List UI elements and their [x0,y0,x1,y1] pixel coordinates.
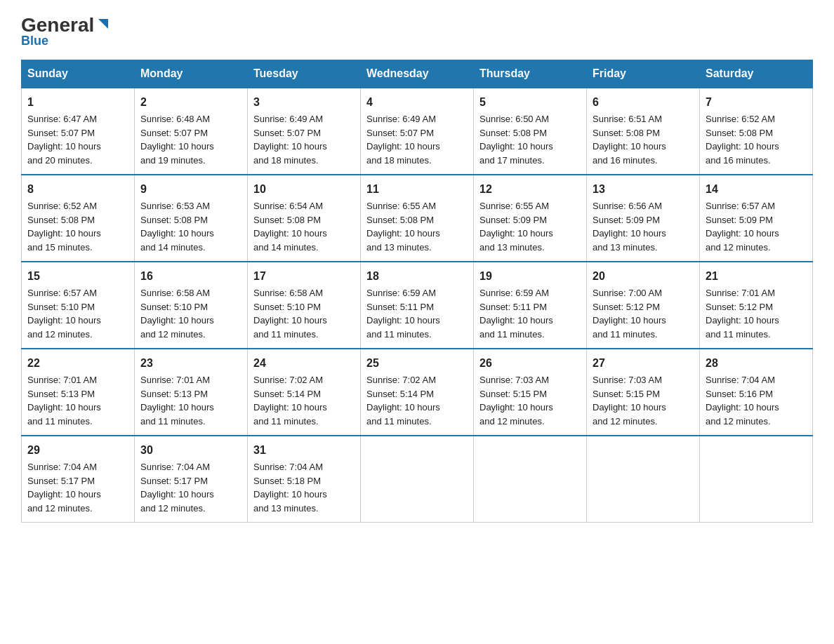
calendar-cell: 11Sunrise: 6:55 AMSunset: 5:08 PMDayligh… [361,175,474,262]
day-number: 10 [253,181,355,198]
col-header-saturday: Saturday [700,60,813,88]
sunset-text: Sunset: 5:07 PM [253,128,321,138]
day-number: 1 [27,94,128,111]
calendar-cell: 12Sunrise: 6:55 AMSunset: 5:09 PMDayligh… [474,175,587,262]
sunrise-text: Sunrise: 7:01 AM [27,375,97,385]
daylight-text: Daylight: 10 hoursand 11 minutes. [366,315,440,340]
logo-triangle-icon [95,16,111,32]
calendar-cell: 23Sunrise: 7:01 AMSunset: 5:13 PMDayligh… [135,349,248,436]
calendar-cell: 10Sunrise: 6:54 AMSunset: 5:08 PMDayligh… [248,175,361,262]
day-number: 13 [593,181,694,198]
sunset-text: Sunset: 5:13 PM [140,389,208,399]
sunrise-text: Sunrise: 7:04 AM [140,462,210,472]
calendar-cell [474,436,587,523]
calendar-cell: 20Sunrise: 7:00 AMSunset: 5:12 PMDayligh… [587,262,700,349]
sunset-text: Sunset: 5:15 PM [479,389,547,399]
calendar-week-row: 22Sunrise: 7:01 AMSunset: 5:13 PMDayligh… [22,349,813,436]
calendar-cell: 16Sunrise: 6:58 AMSunset: 5:10 PMDayligh… [135,262,248,349]
day-number: 26 [479,355,581,372]
day-number: 5 [479,94,581,111]
sunset-text: Sunset: 5:13 PM [27,389,95,399]
calendar-cell: 2Sunrise: 6:48 AMSunset: 5:07 PMDaylight… [135,88,248,175]
calendar-week-row: 1Sunrise: 6:47 AMSunset: 5:07 PMDaylight… [22,88,813,175]
sunrise-text: Sunrise: 7:02 AM [366,375,436,385]
calendar-cell: 19Sunrise: 6:59 AMSunset: 5:11 PMDayligh… [474,262,587,349]
sunset-text: Sunset: 5:17 PM [27,476,95,486]
daylight-text: Daylight: 10 hoursand 12 minutes. [140,315,214,340]
sunrise-text: Sunrise: 7:03 AM [593,375,662,385]
sunrise-text: Sunrise: 6:58 AM [140,288,210,298]
col-header-thursday: Thursday [474,60,587,88]
sunrise-text: Sunrise: 6:55 AM [479,201,549,211]
sunrise-text: Sunrise: 7:04 AM [27,462,97,472]
sunrise-text: Sunrise: 6:58 AM [253,288,323,298]
calendar-week-row: 8Sunrise: 6:52 AMSunset: 5:08 PMDaylight… [22,175,813,262]
sunset-text: Sunset: 5:10 PM [27,302,95,312]
sunset-text: Sunset: 5:07 PM [27,128,95,138]
day-number: 8 [27,181,128,198]
day-number: 21 [706,268,807,285]
daylight-text: Daylight: 10 hoursand 18 minutes. [366,141,440,166]
sunset-text: Sunset: 5:10 PM [253,302,321,312]
sunset-text: Sunset: 5:07 PM [140,128,208,138]
daylight-text: Daylight: 10 hoursand 12 minutes. [140,489,214,514]
sunrise-text: Sunrise: 6:54 AM [253,201,323,211]
calendar-cell: 24Sunrise: 7:02 AMSunset: 5:14 PMDayligh… [248,349,361,436]
sunset-text: Sunset: 5:08 PM [27,215,95,225]
daylight-text: Daylight: 10 hoursand 16 minutes. [706,141,779,166]
day-number: 16 [140,268,241,285]
sunset-text: Sunset: 5:08 PM [706,128,773,138]
daylight-text: Daylight: 10 hoursand 13 minutes. [253,489,327,514]
daylight-text: Daylight: 10 hoursand 11 minutes. [253,315,327,340]
sunset-text: Sunset: 5:15 PM [593,389,660,399]
daylight-text: Daylight: 10 hoursand 11 minutes. [706,315,779,340]
day-number: 9 [140,181,241,198]
sunset-text: Sunset: 5:08 PM [253,215,321,225]
col-header-sunday: Sunday [22,60,135,88]
sunrise-text: Sunrise: 6:59 AM [366,288,436,298]
sunrise-text: Sunrise: 6:57 AM [27,288,97,298]
day-number: 6 [593,94,694,111]
daylight-text: Daylight: 10 hoursand 12 minutes. [27,489,101,514]
calendar-cell: 3Sunrise: 6:49 AMSunset: 5:07 PMDaylight… [248,88,361,175]
calendar-cell: 7Sunrise: 6:52 AMSunset: 5:08 PMDaylight… [700,88,813,175]
daylight-text: Daylight: 10 hoursand 15 minutes. [27,228,101,253]
calendar-cell: 29Sunrise: 7:04 AMSunset: 5:17 PMDayligh… [22,436,135,523]
sunrise-text: Sunrise: 6:50 AM [479,114,549,124]
sunrise-text: Sunrise: 7:00 AM [593,288,662,298]
calendar-cell: 9Sunrise: 6:53 AMSunset: 5:08 PMDaylight… [135,175,248,262]
day-number: 28 [706,355,807,372]
daylight-text: Daylight: 10 hoursand 20 minutes. [27,141,101,166]
daylight-text: Daylight: 10 hoursand 13 minutes. [479,228,553,253]
sunset-text: Sunset: 5:12 PM [706,302,773,312]
calendar-cell [587,436,700,523]
sunrise-text: Sunrise: 6:57 AM [706,201,775,211]
day-number: 27 [593,355,694,372]
day-number: 19 [479,268,581,285]
sunset-text: Sunset: 5:08 PM [479,128,547,138]
calendar-cell: 22Sunrise: 7:01 AMSunset: 5:13 PMDayligh… [22,349,135,436]
sunrise-text: Sunrise: 6:52 AM [706,114,775,124]
sunrise-text: Sunrise: 6:51 AM [593,114,662,124]
calendar-cell: 17Sunrise: 6:58 AMSunset: 5:10 PMDayligh… [248,262,361,349]
daylight-text: Daylight: 10 hoursand 14 minutes. [140,228,214,253]
daylight-text: Daylight: 10 hoursand 11 minutes. [479,315,553,340]
daylight-text: Daylight: 10 hoursand 11 minutes. [27,402,101,427]
daylight-text: Daylight: 10 hoursand 12 minutes. [479,402,553,427]
sunset-text: Sunset: 5:11 PM [479,302,547,312]
day-number: 11 [366,181,468,198]
daylight-text: Daylight: 10 hoursand 12 minutes. [593,402,666,427]
calendar-cell: 30Sunrise: 7:04 AMSunset: 5:17 PMDayligh… [135,436,248,523]
sunset-text: Sunset: 5:08 PM [366,215,434,225]
day-number: 31 [253,442,355,459]
day-number: 23 [140,355,241,372]
daylight-text: Daylight: 10 hoursand 16 minutes. [593,141,666,166]
day-number: 14 [706,181,807,198]
calendar-header-row: SundayMondayTuesdayWednesdayThursdayFrid… [22,60,813,88]
sunset-text: Sunset: 5:08 PM [593,128,660,138]
calendar-cell: 18Sunrise: 6:59 AMSunset: 5:11 PMDayligh… [361,262,474,349]
col-header-monday: Monday [135,60,248,88]
daylight-text: Daylight: 10 hoursand 19 minutes. [140,141,214,166]
calendar-cell: 26Sunrise: 7:03 AMSunset: 5:15 PMDayligh… [474,349,587,436]
day-number: 29 [27,442,128,459]
